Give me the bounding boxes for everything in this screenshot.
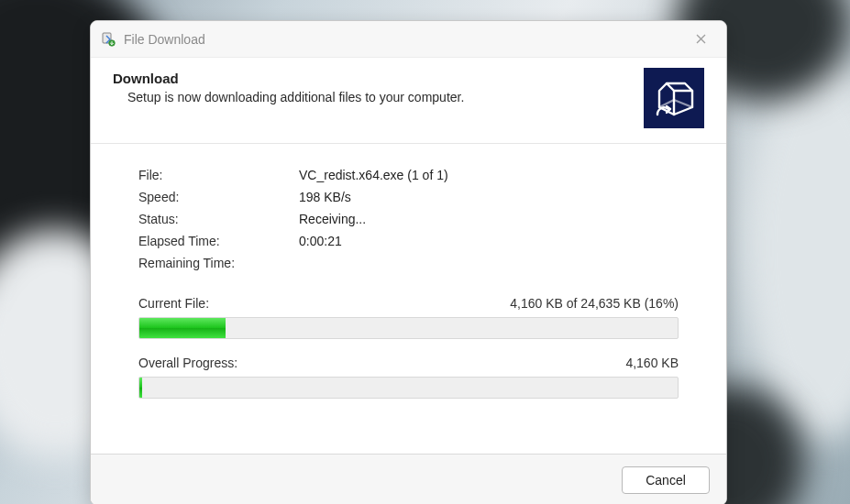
- status-value: Receiving...: [299, 212, 679, 226]
- speed-value: 198 KB/s: [299, 190, 679, 204]
- current-file-progress: Current File: 4,160 KB of 24,635 KB (16%…: [138, 296, 679, 339]
- overall-bar: [138, 377, 679, 399]
- remaining-label: Remaining Time:: [138, 256, 299, 270]
- dialog-body: File: VC_redist.x64.exe (1 of 1) Speed: …: [91, 144, 726, 454]
- overall-fill: [139, 378, 142, 398]
- current-file-fill: [139, 318, 226, 338]
- download-banner-icon: [644, 68, 704, 128]
- overall-progress: Overall Progress: 4,160 KB: [138, 356, 679, 399]
- cancel-button[interactable]: Cancel: [622, 466, 710, 494]
- header-title: Download: [113, 71, 633, 86]
- window-title: File Download: [124, 32, 684, 47]
- elapsed-value: 0:00:21: [299, 234, 679, 248]
- close-icon: [696, 34, 706, 44]
- file-label: File:: [138, 168, 299, 182]
- file-value: VC_redist.x64.exe (1 of 1): [299, 168, 679, 182]
- remaining-value: [299, 256, 679, 270]
- overall-detail: 4,160 KB: [625, 356, 679, 370]
- installer-icon: [100, 31, 116, 48]
- current-file-label: Current File:: [138, 296, 209, 311]
- header: Download Setup is now downloading additi…: [91, 58, 726, 144]
- download-dialog: File Download Download Setup is now down…: [90, 20, 727, 504]
- overall-label: Overall Progress:: [138, 356, 237, 370]
- footer: Cancel: [91, 454, 726, 504]
- current-file-detail: 4,160 KB of 24,635 KB (16%): [510, 296, 679, 311]
- status-label: Status:: [138, 212, 299, 226]
- close-button[interactable]: [684, 27, 717, 52]
- info-grid: File: VC_redist.x64.exe (1 of 1) Speed: …: [138, 168, 679, 270]
- header-subtitle: Setup is now downloading additional file…: [127, 90, 633, 104]
- speed-label: Speed:: [138, 190, 299, 204]
- titlebar: File Download: [91, 21, 726, 58]
- elapsed-label: Elapsed Time:: [138, 234, 299, 248]
- current-file-bar: [138, 317, 679, 339]
